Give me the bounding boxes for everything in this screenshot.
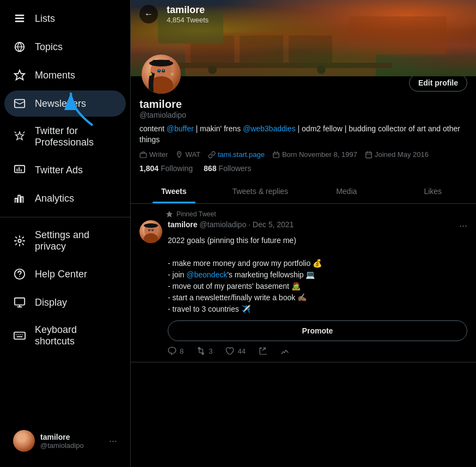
sidebar-item-newsletters[interactable]: Newsletters (4, 90, 126, 117)
sidebar: Lists Topics Moments Newsletters (0, 0, 131, 467)
pinned-tweet-label: Pinned Tweet (166, 210, 467, 218)
profile-header: ← tamilore 4,854 Tweets (131, 0, 476, 204)
meta-occupation-label: Writer (149, 150, 168, 159)
svg-rect-12 (15, 298, 25, 305)
sidebar-item-newsletters-label: Newsletters (35, 98, 86, 110)
sidebar-item-analytics[interactable]: Analytics (4, 185, 126, 211)
bio-mention-buffer[interactable]: @buffer (167, 124, 194, 133)
share-icon (259, 347, 267, 355)
following-stat[interactable]: 1,804 Following (139, 164, 193, 173)
profile-tabs: Tweets Tweets & replies Media Likes (131, 179, 476, 204)
lists-icon (13, 12, 26, 25)
analytics-icon (13, 192, 26, 205)
profile-meta-location: WAT (175, 150, 200, 159)
svg-rect-1 (15, 15, 25, 16)
sidebar-user[interactable]: tamilore @tamioladipo ··· (4, 423, 126, 458)
tweet-top: tamilore @tamioladipo · Dec 5, 2021 ··· (168, 220, 467, 232)
following-label: Following (161, 164, 193, 173)
sidebar-item-help-label: Help Center (35, 269, 87, 280)
svg-point-9 (18, 239, 21, 242)
tweet-author: tamilore (168, 220, 197, 229)
svg-rect-22 (289, 35, 332, 63)
tweet-analytics-action[interactable] (280, 347, 289, 355)
tweet-avatar[interactable] (139, 220, 162, 243)
edit-profile-button[interactable]: Edit profile (409, 74, 467, 92)
sidebar-item-professionals[interactable]: Twitter for Professionals (4, 119, 126, 155)
tweet-reply-action[interactable]: 8 (168, 347, 184, 355)
tab-tweets-replies[interactable]: Tweets & replies (217, 179, 304, 203)
sidebar-item-topics-label: Topics (35, 41, 63, 53)
sidebar-item-display[interactable]: Display (4, 289, 126, 316)
svg-rect-3 (15, 21, 25, 22)
bio-mention-web3[interactable]: @web3baddies (243, 124, 296, 133)
back-button[interactable]: ← (139, 5, 158, 23)
pin-icon (166, 210, 173, 218)
sidebar-item-moments[interactable]: Moments (4, 62, 126, 88)
profile-content: Edit profile tamilore @tamioladipo conte… (131, 74, 476, 204)
tweet-date: · Dec 5, 2021 (248, 220, 294, 229)
meta-website-label[interactable]: tami.start.page (218, 150, 265, 159)
like-icon (225, 347, 234, 355)
svg-point-47 (152, 229, 153, 230)
profile-meta-birthday: Born November 8, 1997 (272, 150, 357, 159)
sidebar-item-keyboard[interactable]: Keyboard shortcuts (4, 318, 126, 354)
like-count: 44 (237, 347, 245, 355)
tab-media[interactable]: Media (303, 179, 390, 203)
svg-point-39 (179, 153, 180, 154)
svg-rect-23 (174, 63, 392, 68)
svg-rect-35 (152, 60, 170, 65)
svg-rect-2 (15, 17, 25, 19)
following-count: 1,804 (139, 164, 158, 173)
profile-meta: Writer WAT tami.start.page (139, 150, 467, 159)
sidebar-item-help[interactable]: Help Center (4, 261, 126, 287)
profile-top-row: Edit profile (139, 74, 467, 96)
tweet-more-button[interactable]: ··· (459, 220, 467, 232)
sidebar-item-settings[interactable]: Settings and privacy (4, 223, 126, 259)
settings-icon (13, 234, 26, 247)
tweet-actions: 8 3 44 (168, 347, 467, 355)
reply-count: 8 (180, 347, 184, 355)
display-icon (13, 296, 26, 309)
tab-likes[interactable]: Likes (390, 179, 477, 203)
sidebar-item-display-label: Display (35, 297, 67, 308)
tweet-mention-beondeck[interactable]: @beondeck (186, 270, 227, 279)
tweet-author-line: tamilore @tamioladipo · Dec 5, 2021 (168, 220, 294, 229)
profile-nav-info: tamilore 4,854 Tweets (167, 4, 209, 24)
svg-rect-13 (14, 332, 25, 339)
sidebar-user-more-button[interactable]: ··· (109, 435, 117, 447)
moments-icon (13, 69, 26, 82)
meta-birthday-label: Born November 8, 1997 (282, 150, 357, 159)
profile-bio: content @buffer | makin' frens @web3badd… (139, 124, 467, 145)
sidebar-item-ads[interactable]: Twitter Ads (4, 157, 126, 183)
sidebar-item-topics[interactable]: Topics (4, 34, 126, 60)
sidebar-item-professionals-label: Twitter for Professionals (35, 125, 117, 148)
followers-label: Followers (218, 164, 251, 173)
sidebar-divider (0, 217, 130, 217)
tweet-retweet-action[interactable]: 3 (197, 347, 212, 355)
svg-rect-27 (349, 16, 447, 54)
profile-meta-website[interactable]: tami.start.page (208, 150, 265, 159)
meta-joined-label: Joined May 2016 (375, 150, 429, 159)
tab-tweets[interactable]: Tweets (131, 179, 217, 203)
profile-handle: @tamioladipo (139, 111, 467, 119)
cover-photo: ← tamilore 4,854 Tweets (131, 0, 476, 76)
tweet-like-action[interactable]: 44 (225, 347, 245, 355)
promote-button[interactable]: Promote (168, 320, 467, 341)
tweet-avatar-inner (139, 220, 162, 243)
svg-rect-49 (145, 224, 156, 227)
tweet-share-action[interactable] (259, 347, 267, 355)
svg-point-36 (149, 72, 152, 76)
main-content: ← tamilore 4,854 Tweets (131, 0, 476, 467)
followers-stat[interactable]: 868 Followers (204, 164, 251, 173)
svg-rect-38 (140, 153, 147, 157)
sidebar-item-moments-label: Moments (35, 70, 75, 81)
svg-point-37 (170, 72, 174, 76)
sidebar-item-lists[interactable]: Lists (4, 5, 126, 32)
sidebar-item-ads-label: Twitter Ads (35, 165, 83, 176)
profile-avatar (139, 52, 183, 96)
svg-rect-40 (273, 153, 279, 157)
back-arrow-icon: ← (144, 9, 153, 19)
profile-nav-name: tamilore (167, 4, 209, 16)
tweet-row: tamilore @tamioladipo · Dec 5, 2021 ··· … (139, 220, 467, 355)
svg-point-46 (149, 229, 150, 230)
